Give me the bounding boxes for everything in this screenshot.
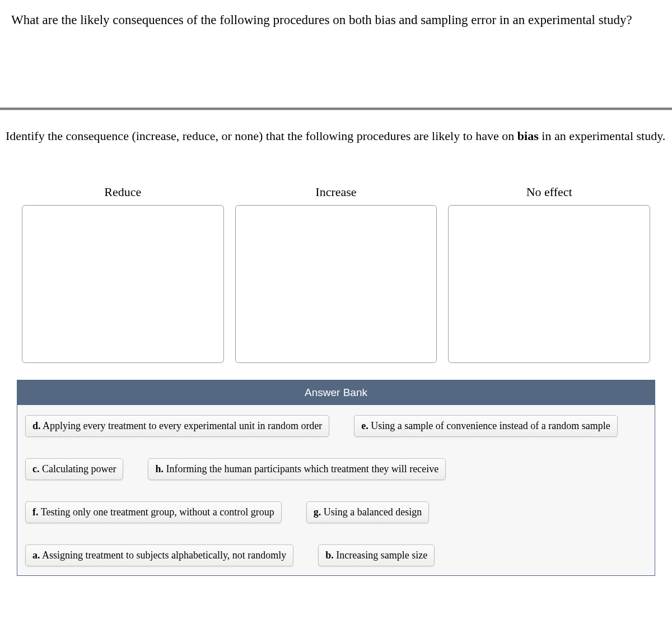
chip-text: Using a sample of convenience instead of… <box>368 420 610 431</box>
chip-letter: g. <box>314 506 321 518</box>
drop-column-increase: Increase <box>236 185 437 363</box>
top-question-text: What are the likely consequences of the … <box>0 0 672 29</box>
chip-text: Assigning treatment to subjects alphabet… <box>40 550 287 561</box>
drop-box-reduce[interactable] <box>22 205 224 363</box>
chip-letter: f. <box>32 506 39 518</box>
sub-question-text: Identify the consequence (increase, redu… <box>0 110 672 146</box>
answer-bank: Answer Bank d. Applying every treatment … <box>17 380 655 576</box>
chip-text: Informing the human participants which t… <box>164 463 438 474</box>
answer-chip-d[interactable]: d. Applying every treatment to every exp… <box>25 415 329 437</box>
drop-label-noeffect: No effect <box>526 185 572 199</box>
answer-bank-row: a. Assigning treatment to subjects alpha… <box>25 544 647 566</box>
drop-column-noeffect: No effect <box>449 185 650 363</box>
answer-bank-row: c. Calculating power h. Informing the hu… <box>25 458 647 480</box>
chip-letter: c. <box>32 463 40 474</box>
drop-zone-area: Reduce Increase No effect <box>0 146 672 363</box>
chip-text: Testing only one treatment group, withou… <box>39 506 274 518</box>
drop-box-increase[interactable] <box>235 205 437 363</box>
drop-label-reduce: Reduce <box>104 185 141 199</box>
answer-chip-c[interactable]: c. Calculating power <box>25 458 123 480</box>
answer-bank-header: Answer Bank <box>17 380 655 405</box>
chip-letter: h. <box>155 463 164 474</box>
answer-bank-row: d. Applying every treatment to every exp… <box>25 415 647 437</box>
sub-question-pre: Identify the consequence (increase, redu… <box>6 129 517 143</box>
chip-text: Calculating power <box>40 463 116 474</box>
chip-text: Applying every treatment to every experi… <box>41 420 323 431</box>
chip-letter: e. <box>361 420 368 431</box>
answer-chip-g[interactable]: g. Using a balanced design <box>306 501 429 523</box>
chip-letter: d. <box>32 420 41 431</box>
answer-chip-b[interactable]: b. Increasing sample size <box>318 544 435 566</box>
drop-box-noeffect[interactable] <box>448 205 650 363</box>
answer-chip-h[interactable]: h. Informing the human participants whic… <box>148 458 446 480</box>
answer-bank-row: f. Testing only one treatment group, wit… <box>25 501 647 523</box>
drop-column-reduce: Reduce <box>22 185 223 363</box>
answer-chip-e[interactable]: e. Using a sample of convenience instead… <box>354 415 617 437</box>
chip-text: Using a balanced design <box>321 506 422 518</box>
answer-chip-f[interactable]: f. Testing only one treatment group, wit… <box>25 501 282 523</box>
chip-text: Increasing sample size <box>334 550 427 561</box>
answer-chip-a[interactable]: a. Assigning treatment to subjects alpha… <box>25 544 293 566</box>
chip-letter: b. <box>325 550 334 561</box>
sub-question-bold: bias <box>517 129 539 143</box>
answer-bank-body: d. Applying every treatment to every exp… <box>17 405 655 575</box>
chip-letter: a. <box>32 550 40 561</box>
sub-question-post: in an experimental study. <box>539 129 665 143</box>
drop-label-increase: Increase <box>315 185 356 199</box>
